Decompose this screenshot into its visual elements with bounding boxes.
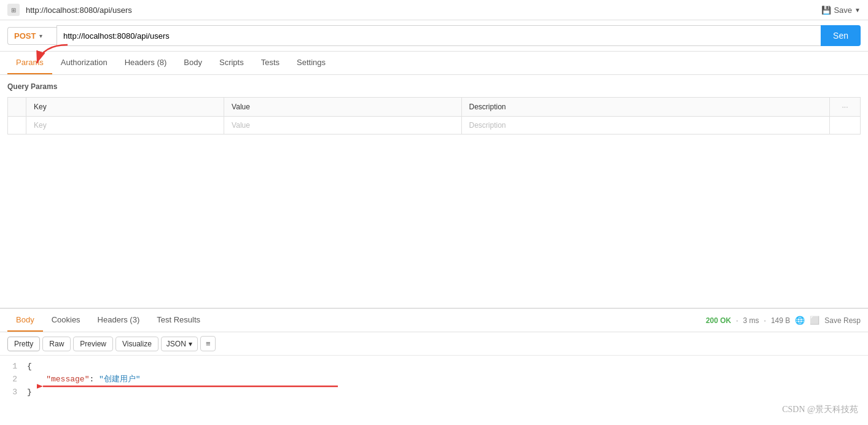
query-params-section: Query Params Key Value Description ··· K…	[0, 75, 868, 308]
send-button[interactable]: Sen	[821, 25, 861, 46]
save-icon: 💾	[821, 6, 831, 15]
wrap-button[interactable]: ≡	[200, 336, 216, 351]
key-cell[interactable]: Key	[26, 117, 224, 135]
description-cell[interactable]: Description	[461, 117, 829, 135]
bottom-tab-cookies[interactable]: Cookies	[43, 309, 89, 332]
line-num-3: 3	[7, 386, 17, 399]
save-label: Save	[834, 6, 852, 15]
save-resp-label[interactable]: Save Resp	[824, 316, 861, 325]
code-line-3: 3 }	[7, 386, 861, 399]
table-row: Key Value Description	[8, 117, 861, 135]
code-content-2: "message": "创建用户"	[27, 373, 141, 386]
row-checkbox	[8, 117, 26, 135]
status-separator2: ·	[764, 316, 766, 325]
line-num-1: 1	[7, 361, 17, 373]
resp-btn-preview[interactable]: Preview	[73, 337, 113, 351]
method-text: POST	[14, 31, 36, 41]
tab-scripts[interactable]: Scripts	[211, 52, 252, 74]
query-params-title: Query Params	[7, 82, 861, 91]
code-line-1: 1 {	[7, 361, 861, 373]
top-bar: ⊞ http://localhost:8080/api/users 💾 Save…	[0, 0, 868, 20]
code-area: 1 { 2 "message": "创建用户" 3 }	[0, 356, 868, 404]
status-time: 3 ms	[743, 316, 759, 325]
tab-tests[interactable]: Tests	[252, 52, 288, 74]
response-toolbar: Pretty Raw Preview Visualize JSON ▾ ≡	[0, 332, 868, 356]
bottom-tab-headers[interactable]: Headers (3)	[89, 309, 149, 332]
url-input[interactable]	[57, 25, 821, 46]
save-button[interactable]: 💾 Save ▼	[821, 6, 861, 15]
topbar-url: http://localhost:8080/api/users	[26, 6, 815, 15]
watermark: CSDN @景天科技苑	[782, 404, 858, 415]
status-code: 200 OK	[706, 316, 731, 325]
method-chevron-icon: ▾	[39, 33, 42, 39]
code-line-2: 2 "message": "创建用户"	[7, 373, 861, 386]
bottom-tab-body[interactable]: Body	[7, 309, 43, 332]
bottom-tab-test-results[interactable]: Test Results	[148, 309, 209, 332]
format-select[interactable]: JSON ▾	[161, 337, 198, 351]
code-content-1: {	[27, 361, 32, 373]
save-chevron-icon: ▼	[854, 7, 861, 14]
resp-btn-raw[interactable]: Raw	[42, 337, 71, 351]
code-content-3: }	[27, 386, 32, 399]
save-response-icon[interactable]: ⬜	[810, 316, 819, 325]
col-description-header: Description	[461, 98, 829, 117]
tab-headers[interactable]: Headers (8)	[116, 52, 176, 74]
format-chevron-icon: ▾	[189, 340, 192, 348]
request-bar: POST ▾ Sen	[0, 20, 868, 52]
col-key-header: Key	[26, 98, 224, 117]
resp-btn-visualize[interactable]: Visualize	[115, 337, 158, 351]
status-separator1: ·	[736, 316, 738, 325]
status-size: 149 B	[771, 316, 790, 325]
globe-icon[interactable]: 🌐	[795, 316, 805, 325]
bottom-section: Body Cookies Headers (3) Test Results 20…	[0, 308, 868, 404]
params-table: Key Value Description ··· Key Value	[7, 97, 861, 135]
value-cell[interactable]: Value	[224, 117, 461, 135]
status-info: 200 OK · 3 ms · 149 B 🌐 ⬜ Save Resp	[706, 316, 861, 325]
col-checkbox	[8, 98, 26, 117]
row-actions	[830, 117, 861, 135]
tab-body[interactable]: Body	[175, 52, 211, 74]
page-wrapper: ⊞ http://localhost:8080/api/users 💾 Save…	[0, 0, 868, 425]
code-section-wrapper: 1 { 2 "message": "创建用户" 3 }	[0, 356, 868, 404]
request-tabs: Params Authorization Headers (8) Body Sc…	[0, 52, 868, 75]
tab-settings[interactable]: Settings	[288, 52, 334, 74]
line-num-2: 2	[7, 373, 17, 386]
tab-authorization[interactable]: Authorization	[52, 52, 116, 74]
top-section: POST ▾ Sen	[0, 20, 868, 52]
topbar-actions: 💾 Save ▼	[821, 6, 861, 15]
col-actions-header: ···	[830, 98, 861, 117]
wrap-icon: ≡	[206, 339, 211, 348]
tab-params[interactable]: Params	[7, 52, 52, 74]
method-selector[interactable]: POST ▾	[7, 27, 57, 45]
app-icon: ⊞	[7, 4, 20, 16]
col-value-header: Value	[224, 98, 461, 117]
resp-btn-pretty[interactable]: Pretty	[7, 337, 40, 351]
bottom-tabs: Body Cookies Headers (3) Test Results 20…	[0, 309, 868, 332]
